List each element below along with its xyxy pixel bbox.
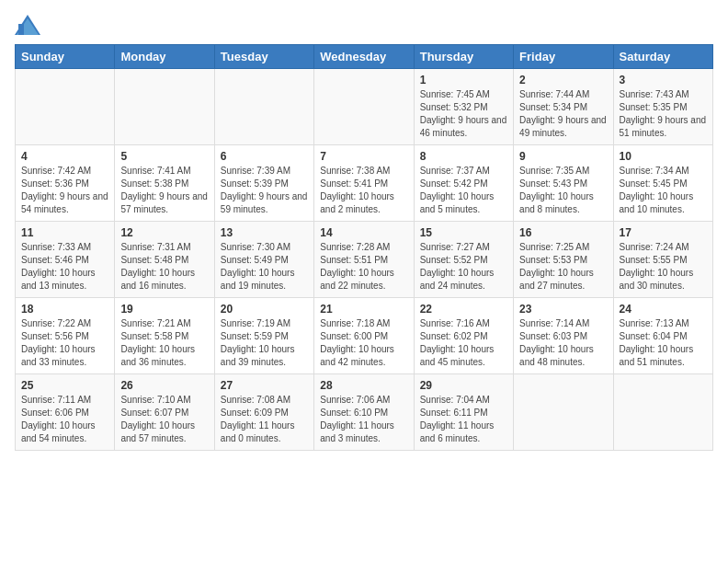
day-number: 22 xyxy=(420,303,507,316)
calendar-cell xyxy=(16,69,115,145)
calendar-cell: 10Sunrise: 7:34 AM Sunset: 5:45 PM Dayli… xyxy=(613,145,712,222)
day-detail: Sunrise: 7:06 AM Sunset: 6:10 PM Dayligh… xyxy=(320,394,407,445)
day-number: 10 xyxy=(620,150,707,163)
day-detail: Sunrise: 7:27 AM Sunset: 5:52 PM Dayligh… xyxy=(420,241,507,293)
day-detail: Sunrise: 7:19 AM Sunset: 5:59 PM Dayligh… xyxy=(221,317,308,369)
header-cell-saturday: Saturday xyxy=(613,45,712,69)
calendar-cell: 17Sunrise: 7:24 AM Sunset: 5:55 PM Dayli… xyxy=(613,222,712,298)
day-number: 25 xyxy=(21,379,108,392)
day-detail: Sunrise: 7:37 AM Sunset: 5:42 PM Dayligh… xyxy=(420,165,507,216)
calendar-cell xyxy=(613,374,712,451)
calendar-cell: 18Sunrise: 7:22 AM Sunset: 5:56 PM Dayli… xyxy=(16,298,115,374)
day-number: 26 xyxy=(120,379,208,392)
day-number: 20 xyxy=(221,303,308,316)
day-detail: Sunrise: 7:28 AM Sunset: 5:51 PM Dayligh… xyxy=(320,241,407,293)
calendar-cell xyxy=(214,69,313,145)
calendar-cell: 26Sunrise: 7:10 AM Sunset: 6:07 PM Dayli… xyxy=(115,374,214,451)
day-number: 6 xyxy=(221,150,308,163)
day-number: 16 xyxy=(519,226,607,239)
calendar-body: 1Sunrise: 7:45 AM Sunset: 5:32 PM Daylig… xyxy=(16,69,713,451)
calendar-cell: 7Sunrise: 7:38 AM Sunset: 5:41 PM Daylig… xyxy=(314,145,414,222)
day-number: 27 xyxy=(221,379,308,392)
day-number: 29 xyxy=(420,379,507,392)
day-number: 18 xyxy=(21,303,108,316)
day-number: 8 xyxy=(420,150,507,163)
day-number: 14 xyxy=(320,226,407,239)
day-detail: Sunrise: 7:39 AM Sunset: 5:39 PM Dayligh… xyxy=(221,165,308,216)
day-detail: Sunrise: 7:11 AM Sunset: 6:06 PM Dayligh… xyxy=(21,394,108,445)
header-row: SundayMondayTuesdayWednesdayThursdayFrid… xyxy=(16,45,713,69)
calendar-table: SundayMondayTuesdayWednesdayThursdayFrid… xyxy=(15,44,713,451)
calendar-cell: 29Sunrise: 7:04 AM Sunset: 6:11 PM Dayli… xyxy=(414,374,513,451)
day-detail: Sunrise: 7:04 AM Sunset: 6:11 PM Dayligh… xyxy=(420,394,507,445)
calendar-cell: 15Sunrise: 7:27 AM Sunset: 5:52 PM Dayli… xyxy=(414,222,513,298)
day-number: 9 xyxy=(519,150,607,163)
calendar-cell: 3Sunrise: 7:43 AM Sunset: 5:35 PM Daylig… xyxy=(613,69,712,145)
calendar-cell: 12Sunrise: 7:31 AM Sunset: 5:48 PM Dayli… xyxy=(115,222,214,298)
day-detail: Sunrise: 7:10 AM Sunset: 6:07 PM Dayligh… xyxy=(120,394,208,445)
day-number: 4 xyxy=(21,150,108,163)
calendar-cell: 28Sunrise: 7:06 AM Sunset: 6:10 PM Dayli… xyxy=(314,374,414,451)
header-cell-friday: Friday xyxy=(514,45,613,69)
week-row-4: 25Sunrise: 7:11 AM Sunset: 6:06 PM Dayli… xyxy=(16,374,713,451)
calendar-header: SundayMondayTuesdayWednesdayThursdayFrid… xyxy=(16,45,713,69)
day-detail: Sunrise: 7:18 AM Sunset: 6:00 PM Dayligh… xyxy=(320,317,407,369)
day-detail: Sunrise: 7:33 AM Sunset: 5:46 PM Dayligh… xyxy=(21,241,108,293)
calendar-cell: 1Sunrise: 7:45 AM Sunset: 5:32 PM Daylig… xyxy=(414,69,513,145)
day-number: 2 xyxy=(519,74,607,86)
day-detail: Sunrise: 7:08 AM Sunset: 6:09 PM Dayligh… xyxy=(221,394,308,445)
calendar-cell: 6Sunrise: 7:39 AM Sunset: 5:39 PM Daylig… xyxy=(214,145,313,222)
calendar-cell: 2Sunrise: 7:44 AM Sunset: 5:34 PM Daylig… xyxy=(514,69,613,145)
calendar-cell: 20Sunrise: 7:19 AM Sunset: 5:59 PM Dayli… xyxy=(214,298,313,374)
day-detail: Sunrise: 7:13 AM Sunset: 6:04 PM Dayligh… xyxy=(620,317,707,369)
logo-icon xyxy=(15,15,40,35)
day-number: 7 xyxy=(320,150,407,163)
header-cell-tuesday: Tuesday xyxy=(214,45,313,69)
day-number: 5 xyxy=(120,150,208,163)
day-number: 17 xyxy=(620,226,707,239)
header xyxy=(15,15,713,35)
day-detail: Sunrise: 7:34 AM Sunset: 5:45 PM Dayligh… xyxy=(620,165,707,216)
calendar-cell: 19Sunrise: 7:21 AM Sunset: 5:58 PM Dayli… xyxy=(115,298,214,374)
calendar-cell: 4Sunrise: 7:42 AM Sunset: 5:36 PM Daylig… xyxy=(16,145,115,222)
day-detail: Sunrise: 7:14 AM Sunset: 6:03 PM Dayligh… xyxy=(519,317,607,369)
calendar-cell: 11Sunrise: 7:33 AM Sunset: 5:46 PM Dayli… xyxy=(16,222,115,298)
logo xyxy=(15,15,44,35)
day-detail: Sunrise: 7:44 AM Sunset: 5:34 PM Dayligh… xyxy=(519,88,607,140)
calendar-cell: 25Sunrise: 7:11 AM Sunset: 6:06 PM Dayli… xyxy=(16,374,115,451)
calendar-cell: 22Sunrise: 7:16 AM Sunset: 6:02 PM Dayli… xyxy=(414,298,513,374)
day-detail: Sunrise: 7:22 AM Sunset: 5:56 PM Dayligh… xyxy=(21,317,108,369)
day-number: 24 xyxy=(620,303,707,316)
week-row-3: 18Sunrise: 7:22 AM Sunset: 5:56 PM Dayli… xyxy=(16,298,713,374)
day-detail: Sunrise: 7:25 AM Sunset: 5:53 PM Dayligh… xyxy=(519,241,607,293)
header-cell-sunday: Sunday xyxy=(16,45,115,69)
day-detail: Sunrise: 7:31 AM Sunset: 5:48 PM Dayligh… xyxy=(120,241,208,293)
day-number: 15 xyxy=(420,226,507,239)
svg-rect-2 xyxy=(18,24,24,35)
calendar-cell: 21Sunrise: 7:18 AM Sunset: 6:00 PM Dayli… xyxy=(314,298,414,374)
week-row-2: 11Sunrise: 7:33 AM Sunset: 5:46 PM Dayli… xyxy=(16,222,713,298)
day-number: 12 xyxy=(120,226,208,239)
header-cell-monday: Monday xyxy=(115,45,214,69)
header-cell-wednesday: Wednesday xyxy=(314,45,414,69)
day-detail: Sunrise: 7:30 AM Sunset: 5:49 PM Dayligh… xyxy=(221,241,308,293)
day-detail: Sunrise: 7:16 AM Sunset: 6:02 PM Dayligh… xyxy=(420,317,507,369)
calendar-cell: 23Sunrise: 7:14 AM Sunset: 6:03 PM Dayli… xyxy=(514,298,613,374)
day-number: 21 xyxy=(320,303,407,316)
day-detail: Sunrise: 7:35 AM Sunset: 5:43 PM Dayligh… xyxy=(519,165,607,216)
header-cell-thursday: Thursday xyxy=(414,45,513,69)
calendar-cell: 24Sunrise: 7:13 AM Sunset: 6:04 PM Dayli… xyxy=(613,298,712,374)
day-detail: Sunrise: 7:45 AM Sunset: 5:32 PM Dayligh… xyxy=(420,88,507,140)
day-number: 3 xyxy=(620,74,707,86)
day-number: 1 xyxy=(420,74,507,86)
calendar-cell: 27Sunrise: 7:08 AM Sunset: 6:09 PM Dayli… xyxy=(214,374,313,451)
day-number: 28 xyxy=(320,379,407,392)
day-number: 19 xyxy=(120,303,208,316)
day-detail: Sunrise: 7:38 AM Sunset: 5:41 PM Dayligh… xyxy=(320,165,407,216)
week-row-0: 1Sunrise: 7:45 AM Sunset: 5:32 PM Daylig… xyxy=(16,69,713,145)
calendar-cell xyxy=(115,69,214,145)
calendar-cell: 8Sunrise: 7:37 AM Sunset: 5:42 PM Daylig… xyxy=(414,145,513,222)
day-detail: Sunrise: 7:21 AM Sunset: 5:58 PM Dayligh… xyxy=(120,317,208,369)
calendar-cell: 5Sunrise: 7:41 AM Sunset: 5:38 PM Daylig… xyxy=(115,145,214,222)
day-detail: Sunrise: 7:42 AM Sunset: 5:36 PM Dayligh… xyxy=(21,165,108,216)
